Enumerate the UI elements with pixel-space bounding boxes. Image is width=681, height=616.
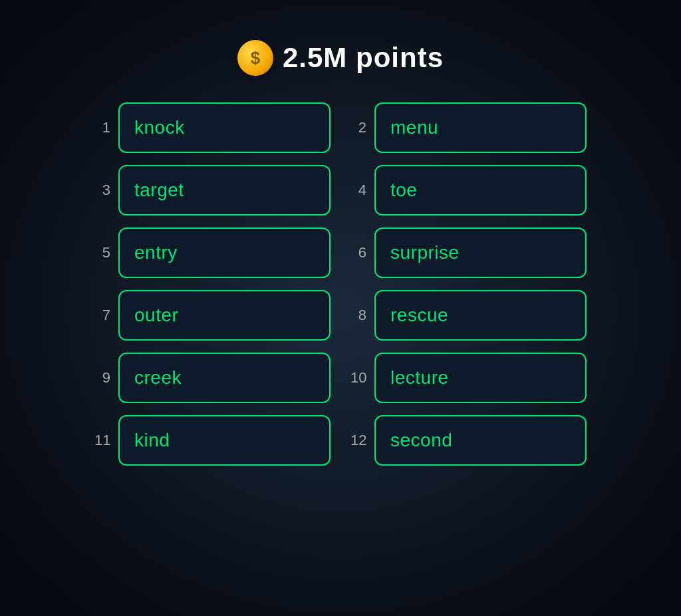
item-number: 11 [94, 432, 110, 449]
item-number: 5 [94, 244, 110, 261]
list-item[interactable]: 12second [350, 415, 587, 466]
item-number: 1 [94, 119, 110, 136]
list-item[interactable]: 8rescue [350, 290, 587, 341]
word-box[interactable]: target [118, 165, 331, 216]
word-box[interactable]: toe [374, 165, 587, 216]
item-number: 3 [94, 182, 110, 199]
points-display: 2.5M points [283, 42, 444, 74]
item-number: 7 [94, 307, 110, 324]
header: $ 2.5M points [237, 40, 444, 76]
word-box[interactable]: second [374, 415, 587, 466]
item-number: 8 [350, 307, 366, 324]
item-number: 12 [350, 432, 366, 449]
word-box[interactable]: entry [118, 228, 331, 278]
item-number: 2 [350, 119, 366, 136]
word-box[interactable]: outer [118, 290, 331, 341]
word-box[interactable]: knock [118, 102, 331, 153]
word-box[interactable]: creek [118, 353, 331, 403]
list-item[interactable]: 6surprise [350, 228, 587, 278]
item-number: 10 [350, 369, 366, 386]
word-box[interactable]: menu [374, 102, 587, 153]
word-box[interactable]: kind [118, 415, 331, 466]
word-grid: 1knock2menu3target4toe5entry6surprise7ou… [94, 102, 587, 466]
word-box[interactable]: lecture [374, 353, 587, 403]
list-item[interactable]: 5entry [94, 228, 331, 278]
word-box[interactable]: surprise [374, 228, 587, 278]
item-number: 4 [350, 182, 366, 199]
word-box[interactable]: rescue [374, 290, 587, 341]
list-item[interactable]: 1knock [94, 102, 331, 153]
item-number: 6 [350, 244, 366, 261]
list-item[interactable]: 3target [94, 165, 331, 216]
list-item[interactable]: 10lecture [350, 353, 587, 403]
list-item[interactable]: 4toe [350, 165, 587, 216]
coin-icon: $ [237, 40, 273, 76]
list-item[interactable]: 9creek [94, 353, 331, 403]
list-item[interactable]: 2menu [350, 102, 587, 153]
item-number: 9 [94, 369, 110, 386]
list-item[interactable]: 11kind [94, 415, 331, 466]
list-item[interactable]: 7outer [94, 290, 331, 341]
